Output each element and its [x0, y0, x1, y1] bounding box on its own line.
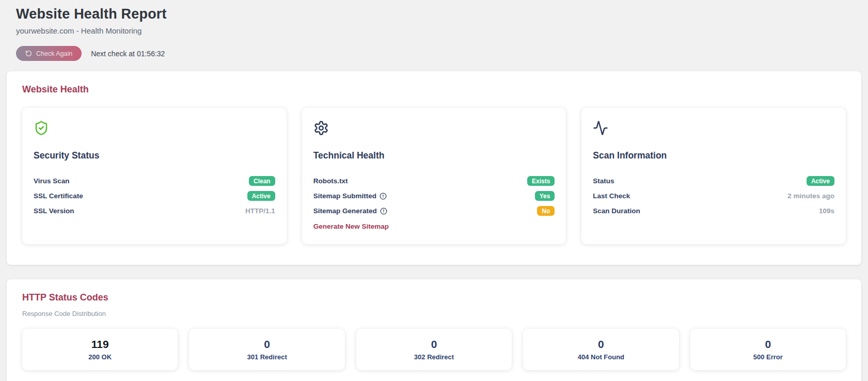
stat-value: 0: [431, 338, 437, 351]
row-value: 109s: [819, 207, 834, 215]
robots-txt-row: Robots.txt Exists: [313, 173, 555, 188]
row-label: SSL Version: [34, 207, 74, 215]
row-label-with-info: Sitemap Submitted: [313, 192, 387, 200]
ssl-certificate-row: SSL Certificate Active: [34, 188, 275, 203]
alert-circle-icon[interactable]: [380, 208, 387, 215]
alert-circle-icon[interactable]: [380, 193, 387, 200]
http-status-section-title: HTTP Status Codes: [22, 292, 846, 303]
row-label: Scan Duration: [593, 207, 640, 215]
stat-card-301-redirect: 0 301 Redirect: [189, 329, 344, 370]
website-health-section-title: Website Health: [22, 84, 846, 95]
last-check-row: Last Check 2 minutes ago: [593, 188, 834, 203]
status-badge: Clean: [249, 176, 275, 186]
row-label-with-info: Sitemap Generated: [313, 207, 387, 215]
stat-value: 0: [765, 338, 771, 351]
page-subtitle: yourwebsite.com - Health Monitoring: [16, 26, 852, 35]
http-status-subtitle: Response Code Distribution: [22, 310, 846, 318]
card-rows: Robots.txt Exists Sitemap Submitted Yes: [313, 173, 555, 231]
card-title: Security Status: [34, 150, 275, 161]
generate-new-sitemap-link[interactable]: Generate New Sitemap: [313, 223, 389, 230]
health-cards-grid: Security Status Virus Scan Clean SSL Cer…: [22, 108, 846, 244]
row-label: Sitemap Submitted: [313, 192, 376, 200]
stat-value: 119: [91, 338, 109, 351]
security-status-card: Security Status Virus Scan Clean SSL Cer…: [22, 108, 287, 244]
card-rows: Status Active Last Check 2 minutes ago S…: [593, 173, 834, 218]
stat-label: 404 Not Found: [578, 353, 624, 361]
check-again-label: Check Again: [36, 50, 72, 57]
rotate-ccw-icon: [25, 50, 32, 57]
row-label: Status: [593, 177, 614, 185]
row-label: Robots.txt: [313, 177, 348, 185]
status-badge: Exists: [527, 176, 555, 186]
stat-card-302-redirect: 0 302 Redirect: [356, 329, 512, 370]
row-label: SSL Certificate: [34, 192, 83, 200]
controls-row: Check Again Next check at 01:56:32: [16, 46, 852, 61]
status-badge: Yes: [535, 191, 555, 201]
check-again-button[interactable]: Check Again: [16, 46, 82, 61]
sitemap-generated-row: Sitemap Generated No: [313, 203, 555, 218]
technical-health-card: Technical Health Robots.txt Exists Sitem…: [302, 108, 566, 244]
card-title: Scan Information: [593, 150, 834, 161]
shield-check-icon: [34, 120, 275, 138]
stat-label: 500 Error: [753, 353, 783, 361]
stat-label: 200 OK: [88, 353, 112, 361]
row-value: HTTP/1.1: [245, 207, 275, 215]
status-code-stats-grid: 119 200 OK 0 301 Redirect 0 302 Redirect…: [22, 329, 846, 370]
stat-card-404-not-found: 0 404 Not Found: [523, 329, 678, 370]
stat-card-200-ok: 119 200 OK: [22, 329, 178, 370]
scan-information-card: Scan Information Status Active Last Chec…: [581, 108, 846, 244]
stat-label: 301 Redirect: [247, 353, 287, 361]
gear-icon: [313, 120, 555, 138]
activity-icon: [593, 120, 834, 138]
ssl-version-row: SSL Version HTTP/1.1: [34, 203, 275, 218]
page-title: Website Health Report: [16, 6, 852, 22]
scan-status-row: Status Active: [593, 173, 834, 188]
status-badge: Active: [807, 176, 834, 186]
status-badge: Active: [247, 191, 275, 201]
card-title: Technical Health: [313, 150, 555, 161]
scan-duration-row: Scan Duration 109s: [593, 203, 834, 218]
status-badge: No: [537, 206, 555, 216]
page-header: Website Health Report yourwebsite.com - …: [0, 0, 868, 61]
virus-scan-row: Virus Scan Clean: [34, 173, 275, 188]
next-check-text: Next check at 01:56:32: [91, 50, 165, 58]
http-status-codes-panel: HTTP Status Codes Response Code Distribu…: [7, 279, 861, 381]
row-label: Sitemap Generated: [313, 207, 377, 215]
website-health-panel: Website Health Security Status Virus Sca…: [7, 71, 861, 265]
stat-label: 302 Redirect: [414, 353, 454, 361]
stat-value: 0: [264, 338, 270, 351]
card-rows: Virus Scan Clean SSL Certificate Active …: [34, 173, 275, 218]
stat-card-500-error: 0 500 Error: [690, 329, 846, 370]
stat-value: 0: [598, 338, 604, 351]
row-value: 2 minutes ago: [787, 192, 834, 200]
sitemap-submitted-row: Sitemap Submitted Yes: [313, 188, 555, 203]
row-label: Last Check: [593, 192, 630, 200]
row-label: Virus Scan: [34, 177, 70, 185]
